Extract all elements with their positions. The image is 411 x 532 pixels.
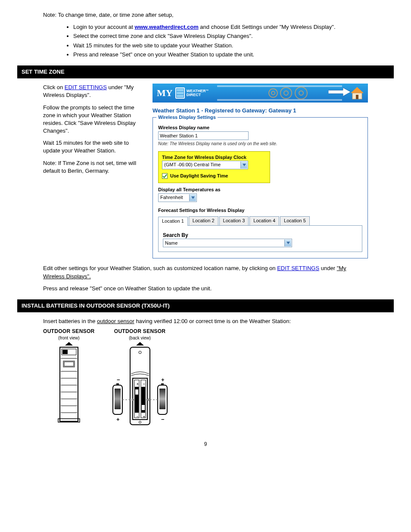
svg-text:+: +: [116, 416, 120, 423]
temp-value: Fahrenheit: [160, 194, 183, 201]
tab-location-5[interactable]: Location 5: [280, 216, 310, 225]
svg-marker-28: [136, 342, 144, 345]
svg-text:−: −: [161, 416, 165, 423]
chevron-down-icon: [284, 240, 291, 246]
dst-checkbox[interactable]: Use Daylight Saving Time: [162, 173, 266, 179]
gear-icon: [265, 84, 316, 103]
text: having verified 12:00 or correct time is…: [136, 318, 291, 324]
svg-text:−: −: [143, 382, 145, 386]
temp-select[interactable]: Fahrenheit: [158, 193, 197, 202]
edit-settings-link[interactable]: EDIT SETTINGS: [277, 265, 319, 271]
chevron-down-icon: [240, 162, 247, 168]
edit-settings-link[interactable]: EDIT SETTINGS: [65, 84, 107, 90]
device-icon: [175, 87, 185, 99]
text: Wait 15 minutes for the web site to upda…: [43, 139, 146, 155]
display-name-input[interactable]: [158, 131, 249, 140]
sensor-front-diagram: OUTDOOR SENSOR (front view): [43, 328, 95, 426]
bullet-list: Login to your account at www.weatherdire…: [73, 23, 368, 59]
svg-point-4: [295, 87, 307, 99]
text: outdoor sensor: [97, 318, 134, 324]
svg-rect-38: [135, 389, 138, 395]
text: Weather Station 1 - Registered to Gatewa…: [153, 107, 268, 114]
text: Follow the prompts to select the time zo…: [43, 104, 146, 135]
section-header-sensor: INSTALL BATTERIES IN OUTDOOR SENSOR (TX5…: [17, 299, 394, 312]
fieldset-legend: Wireless Display Settings: [156, 114, 218, 121]
diagram-subtitle: (front view): [43, 335, 95, 341]
sensor-intro: Insert batteries in the outdoor sensor h…: [43, 317, 368, 325]
brand-text: DIRECT: [187, 93, 201, 97]
search-by-select[interactable]: Name: [163, 239, 292, 247]
timezone-instructions: Click on EDIT SETTINGS under "My Wireles…: [43, 84, 146, 179]
svg-point-3: [284, 91, 288, 95]
tab-location-1[interactable]: Location 1: [158, 217, 188, 225]
diagram-title: OUTDOOR SENSOR: [43, 328, 95, 335]
svg-marker-10: [243, 164, 246, 166]
arrow-icon: [328, 87, 351, 99]
location-tabs: Location 1 Location 2 Location 3 Locatio…: [158, 216, 362, 225]
svg-marker-11: [191, 196, 195, 199]
tab-location-4[interactable]: Location 4: [249, 216, 279, 225]
sensor-back-icon: + − − + − +: [108, 342, 172, 428]
text: Edit other settings for your Weather Sta…: [43, 265, 277, 271]
text: Edit other settings for your Weather Sta…: [43, 264, 368, 280]
weatherdirect-link[interactable]: www.weatherdirect.com: [134, 24, 198, 30]
list-item: Login to your account at www.weatherdire…: [73, 23, 368, 31]
timezone-select[interactable]: (GMT -06:00) Central Time: [162, 161, 248, 169]
text: Insert batteries in the: [43, 318, 97, 324]
sensor-front-icon: [54, 342, 84, 424]
search-by-label: Search By: [163, 232, 358, 239]
timezone-label: Time Zone for Wireless Display Clock: [162, 154, 266, 161]
svg-marker-6: [328, 88, 351, 96]
svg-text:+: +: [161, 376, 165, 383]
svg-point-2: [280, 87, 292, 99]
settings-title: Weather Station 1 - Registered to Gatewa…: [153, 107, 368, 115]
chevron-down-icon: [189, 194, 196, 201]
section-header-timezone: SET TIME ZONE: [17, 65, 394, 78]
home-icon: [350, 86, 364, 100]
brand-weatherdirect: WEATHER™ DIRECT: [175, 87, 209, 99]
list-item: Select the correct time zone and click "…: [73, 32, 368, 40]
display-name-note: Note: The Wireless Display name is used …: [158, 141, 362, 147]
diagram-title: OUTDOOR SENSOR: [108, 328, 172, 335]
diagram-subtitle: (back view): [108, 335, 172, 341]
text: Login to your account at: [73, 24, 134, 30]
tab-location-3[interactable]: Location 3: [219, 216, 249, 225]
wireless-display-settings: Wireless Display Settings Wireless Displ…: [153, 117, 368, 258]
text: under: [321, 265, 337, 271]
text: and choose Edit Settings under "My Wirel…: [200, 24, 335, 30]
svg-rect-52: [159, 389, 165, 409]
list-item: Press and release "Set" once on your Wea…: [73, 51, 368, 59]
tab-panel: Search By Name: [158, 226, 362, 252]
display-name-label: Wireless Display name: [158, 124, 362, 131]
svg-text:−: −: [117, 376, 120, 383]
svg-rect-45: [115, 389, 121, 409]
svg-point-5: [299, 91, 303, 95]
search-by-value: Name: [165, 240, 177, 246]
gateway-name: Gateway 1: [268, 107, 296, 114]
forecast-label: Forecast Settings for Wireless Display: [158, 207, 362, 214]
svg-marker-7: [351, 87, 364, 93]
sensor-back-diagram: OUTDOOR SENSOR (back view) + −: [108, 328, 172, 430]
svg-marker-12: [286, 242, 290, 244]
svg-text:−: −: [137, 415, 139, 419]
dst-label: Use Daylight Saving Time: [170, 173, 228, 179]
svg-point-0: [269, 89, 277, 97]
page-number: 9: [43, 441, 368, 448]
svg-marker-13: [65, 342, 73, 345]
list-item: Wait 15 minutes for the web site to upda…: [73, 42, 368, 50]
svg-rect-39: [142, 405, 145, 410]
svg-point-1: [271, 91, 275, 95]
top-note: Note: To change time, date, or time zone…: [43, 11, 368, 19]
tm-symbol: ™: [206, 89, 209, 92]
brand-my: MY: [157, 87, 173, 100]
svg-text:+: +: [137, 382, 139, 386]
svg-rect-51: [161, 383, 164, 385]
checkbox-icon: [162, 173, 168, 179]
text: Note: If Time Zone is not set, time will…: [43, 159, 146, 175]
myweather-banner: MY WEATHER™ DIRECT: [153, 84, 368, 103]
svg-rect-44: [116, 383, 119, 385]
tab-location-2[interactable]: Location 2: [189, 216, 218, 225]
svg-rect-16: [62, 350, 68, 354]
svg-text:+: +: [143, 415, 145, 419]
text: Click on: [43, 84, 65, 90]
